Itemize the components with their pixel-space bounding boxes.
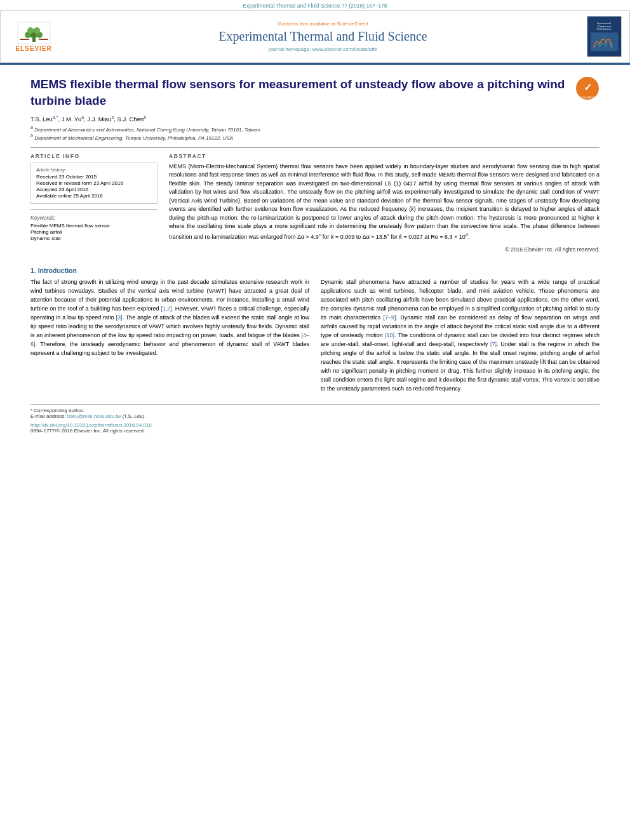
svg-point-6	[34, 27, 40, 34]
intro-left-col: The fact of strong growth in utilizing w…	[30, 278, 309, 397]
divider-keywords	[30, 209, 158, 210]
footnote-section: * Corresponding author. E-mail address: …	[30, 404, 600, 434]
svg-text:Fluid Science: Fluid Science	[596, 28, 611, 30]
journal-center-info: Contents lists available at ScienceDirec…	[59, 21, 587, 52]
abstract-label: ABSTRACT	[169, 153, 600, 159]
keywords-label: Keywords:	[30, 215, 158, 221]
svg-rect-7	[20, 39, 29, 40]
left-column: ARTICLE INFO Article history: Received 2…	[30, 153, 158, 253]
intro-heading: 1. Introduction	[30, 267, 600, 274]
journal-title: Experimental Thermal and Fluid Science	[59, 29, 587, 44]
affiliation-a: a Department of Aeronautics and Astronau…	[30, 125, 600, 133]
authors-line: T.S. Leua,*, J.M. Yua, J.J. Miaua, S.J. …	[30, 115, 600, 123]
doi-link[interactable]: http://dx.doi.org/10.1016/j.expthermflus…	[30, 422, 152, 428]
journal-banner: ELSEVIER Contents lists available at Sci…	[0, 11, 630, 63]
svg-text:Experimental: Experimental	[597, 22, 612, 25]
svg-text:✓: ✓	[584, 82, 592, 93]
article-history-box: Article history: Received 23 October 201…	[30, 163, 158, 204]
crossmark-logo: ✓ CrossMark	[575, 76, 600, 100]
email-note: E-mail address: tsleu@mail.ncku.edu.tw (…	[30, 413, 600, 419]
journal-thumbnail: Experimental Thermal and Fluid Science	[587, 16, 622, 57]
journal-header-bar: Experimental Thermal and Fluid Science 7…	[0, 0, 630, 11]
affiliations: a Department of Aeronautics and Astronau…	[30, 125, 600, 140]
intro-right-para-1: Dynamic stall phenomena have attracted a…	[321, 278, 600, 393]
abstract-body: MEMS (Micro-Electro-Mechanical System) t…	[169, 163, 600, 242]
sciencedirect-link: Contents lists available at ScienceDirec…	[59, 21, 587, 27]
history-label: Article history:	[36, 167, 152, 173]
elsevier-brand-text: ELSEVIER	[15, 45, 51, 52]
intro-right-col: Dynamic stall phenomena have attracted a…	[321, 278, 600, 397]
keyword-1: Flexible MEMS thermal flow sensor	[30, 223, 158, 229]
received-date: Received 23 October 2015	[36, 174, 152, 180]
divider-after-affiliations	[30, 147, 600, 148]
email-link[interactable]: tsleu@mail.ncku.edu.tw	[67, 413, 121, 419]
copyright-line: © 2016 Elsevier Inc. All rights reserved…	[169, 246, 600, 253]
paper-title: MEMS flexible thermal flow sensors for m…	[30, 76, 569, 109]
article-info-abstract-row: ARTICLE INFO Article history: Received 2…	[30, 153, 600, 253]
keyword-2: Pitching airfoil	[30, 229, 158, 235]
right-column: ABSTRACT MEMS (Micro-Electro-Mechanical …	[169, 153, 600, 253]
introduction-section: 1. Introduction The fact of strong growt…	[30, 267, 600, 397]
keyword-3: Dynamic stall	[30, 236, 158, 241]
elsevier-logo: ELSEVIER	[8, 19, 59, 54]
journal-homepage: journal homepage: www.elsevier.com/locat…	[59, 46, 587, 52]
affiliation-b: b Department of Mechanical Engineering, …	[30, 133, 600, 141]
intro-left-para-1: The fact of strong growth in utilizing w…	[30, 278, 309, 357]
available-date: Available online 25 April 2016	[36, 193, 152, 199]
svg-rect-8	[39, 39, 48, 40]
svg-rect-13	[591, 32, 618, 51]
intro-body-columns: The fact of strong growth in utilizing w…	[30, 278, 600, 397]
issn-line: 0894-1777/© 2016 Elsevier Inc. All right…	[30, 428, 600, 434]
journal-reference: Experimental Thermal and Fluid Science 7…	[243, 3, 387, 9]
paper-title-section: MEMS flexible thermal flow sensors for m…	[30, 76, 600, 109]
received-revised-date: Received in revised form 23 April 2016	[36, 180, 152, 186]
article-info-label: ARTICLE INFO	[30, 153, 158, 159]
paper-content: MEMS flexible thermal flow sensors for m…	[0, 65, 630, 445]
svg-text:Thermal and: Thermal and	[597, 25, 611, 28]
corresponding-note: * Corresponding author.	[30, 408, 600, 413]
svg-point-5	[27, 27, 34, 34]
accepted-date: Accepted 23 April 2016	[36, 187, 152, 192]
keywords-box: Keywords: Flexible MEMS thermal flow sen…	[30, 215, 158, 241]
svg-text:CrossMark: CrossMark	[580, 95, 596, 99]
